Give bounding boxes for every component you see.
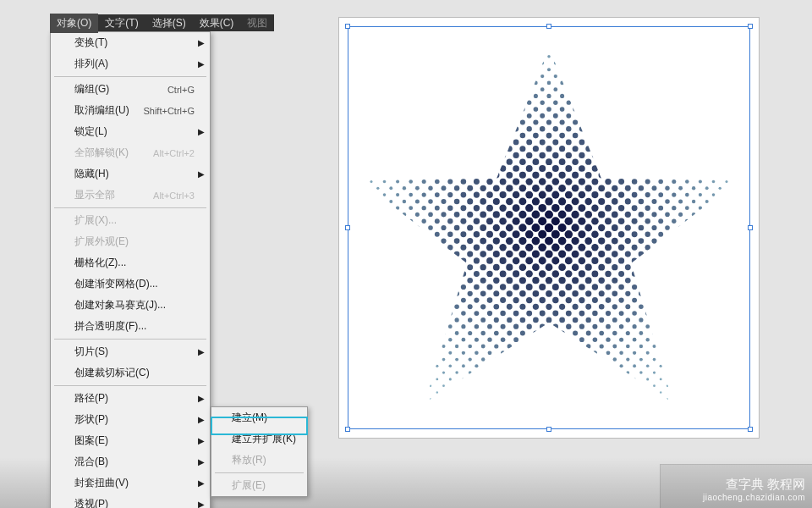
menu-flatten-transparency[interactable]: 拼合透明度(F)... [51, 316, 210, 337]
menu-shape[interactable]: 形状(P)▶ [51, 409, 210, 430]
svg-point-579 [352, 319, 353, 321]
menu-path[interactable]: 路径(P)▶ [51, 388, 210, 409]
svg-point-361 [370, 233, 372, 235]
svg-point-1566 [639, 278, 644, 283]
canvas[interactable]: (function(){ var ns="http://www.w3.org/2… [338, 17, 760, 439]
svg-point-224 [376, 174, 379, 176]
svg-point-1603 [665, 265, 669, 269]
svg-point-1186 [507, 304, 513, 310]
menu-blend[interactable]: 混合(B)▶ [51, 451, 210, 472]
svg-point-1347 [533, 318, 539, 323]
svg-point-423 [487, 140, 492, 145]
svg-point-369 [574, 42, 577, 45]
svg-point-1071 [474, 311, 479, 316]
resize-handle-bm[interactable] [546, 427, 551, 432]
menu-view[interactable]: 视图 [240, 14, 274, 33]
menu-lock[interactable]: 锁定(L)▶ [51, 121, 210, 142]
menu-effect[interactable]: 效果(C) [193, 14, 241, 33]
menu-pattern[interactable]: 图案(E)▶ [51, 430, 210, 451]
svg-point-853 [680, 69, 682, 70]
svg-point-187 [429, 108, 432, 111]
svg-point-568 [422, 246, 426, 250]
svg-point-1744 [685, 299, 689, 302]
menu-rasterize[interactable]: 栅格化(Z)... [51, 252, 210, 273]
svg-point-1479 [632, 258, 638, 264]
svg-point-477 [415, 225, 420, 229]
svg-point-1561 [672, 246, 676, 250]
svg-point-1806 [672, 338, 676, 341]
menu-hide[interactable]: 隐藏(H)▶ [51, 163, 210, 185]
resize-handle-tm[interactable] [546, 24, 551, 29]
svg-point-1474 [665, 225, 670, 230]
svg-point-360 [376, 226, 380, 229]
svg-point-206 [495, 55, 497, 58]
svg-point-611 [460, 218, 466, 224]
menu-type[interactable]: 文字(T) [98, 14, 145, 33]
menu-object-mosaic[interactable]: 创建对象马赛克(J)... [51, 295, 210, 316]
svg-point-1750 [646, 338, 650, 341]
svg-point-1709 [699, 272, 702, 275]
svg-point-1179 [551, 257, 559, 264]
svg-point-1306 [456, 384, 458, 387]
svg-point-289 [370, 207, 372, 209]
svg-point-537 [627, 42, 628, 44]
svg-point-614 [441, 239, 446, 244]
svg-point-818 [518, 211, 526, 218]
menu-group[interactable]: 编组(G)Ctrl+G [51, 79, 210, 100]
menu-select[interactable]: 选择(S) [145, 14, 193, 33]
halftone-star-artwork[interactable]: (function(){ var ns="http://www.w3.org/2… [352, 30, 746, 425]
svg-point-1280 [625, 212, 631, 218]
svg-point-502 [546, 107, 551, 112]
svg-point-1355 [481, 371, 485, 374]
menu-arrange[interactable]: 排列(A)▶ [51, 53, 210, 75]
svg-point-71 [436, 36, 438, 38]
svg-point-1685 [626, 331, 630, 335]
menu-transform[interactable]: 变换(T)▶ [51, 32, 210, 53]
svg-point-155 [462, 62, 464, 64]
svg-point-1688 [606, 351, 611, 355]
submenu-make[interactable]: 建立(M) [211, 407, 307, 428]
svg-point-422 [494, 133, 499, 138]
menu-gradient-mesh[interactable]: 创建渐变网格(D)... [51, 273, 210, 295]
svg-point-1798 [726, 286, 728, 289]
menu-object[interactable]: 对象(O) [50, 14, 98, 33]
menu-crop-marks[interactable]: 创建裁切标记(C) [51, 362, 210, 384]
resize-handle-tr[interactable] [748, 24, 753, 29]
svg-point-933 [551, 204, 560, 213]
svg-point-231 [535, 30, 536, 31]
svg-point-395 [403, 213, 407, 217]
svg-point-963 [358, 405, 359, 406]
menu-slice[interactable]: 切片(S)▶ [51, 341, 210, 362]
svg-point-133 [442, 69, 445, 71]
resize-handle-tl[interactable] [345, 24, 350, 29]
resize-handle-br[interactable] [748, 427, 753, 432]
svg-point-1155 [712, 102, 714, 103]
svg-point-1912 [732, 345, 734, 347]
svg-point-59 [403, 56, 405, 58]
svg-point-1005 [493, 278, 499, 284]
svg-point-1026 [358, 418, 359, 420]
svg-point-621 [396, 285, 399, 289]
svg-point-601 [526, 152, 532, 158]
svg-point-828 [454, 278, 459, 283]
menu-envelope-distort[interactable]: 封套扭曲(V)▶ [51, 472, 210, 494]
svg-point-1959 [719, 398, 721, 400]
svg-point-1712 [678, 292, 682, 295]
svg-point-1456 [475, 405, 478, 407]
resize-handle-mr[interactable] [748, 225, 753, 230]
svg-point-462 [513, 126, 518, 131]
svg-point-1491 [553, 337, 558, 342]
resize-handle-ml[interactable] [345, 225, 350, 230]
menu-perspective[interactable]: 透视(P)▶ [51, 494, 210, 508]
submenu-make-and-expand[interactable]: 建立并扩展(K) [211, 428, 307, 450]
resize-handle-bl[interactable] [345, 427, 350, 432]
svg-point-1299 [501, 337, 506, 342]
svg-point-1906 [647, 418, 649, 420]
svg-point-1729 [568, 404, 570, 406]
svg-point-1427 [665, 213, 670, 218]
svg-point-948 [454, 305, 459, 310]
svg-point-1069 [487, 297, 493, 303]
menu-ungroup[interactable]: 取消编组(U)Shift+Ctrl+G [51, 100, 210, 121]
svg-point-1004 [500, 271, 507, 278]
svg-point-1416 [739, 141, 741, 143]
